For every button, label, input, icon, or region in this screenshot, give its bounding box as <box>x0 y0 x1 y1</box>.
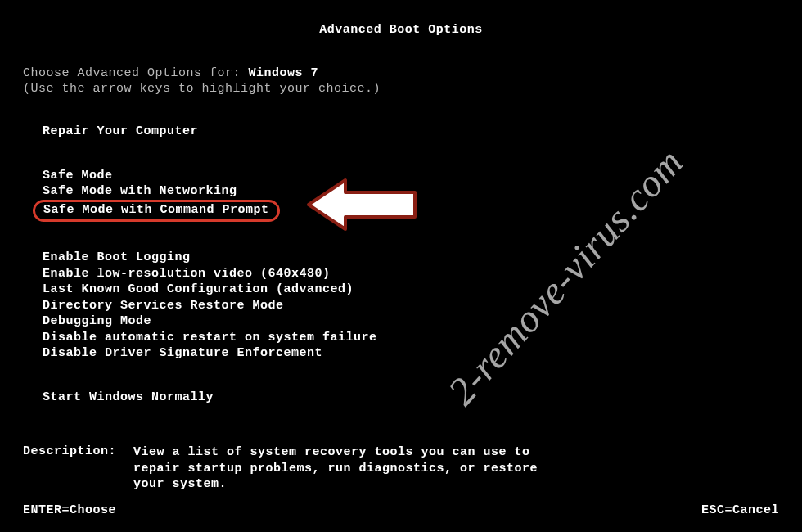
menu-item-safe-mode[interactable]: Safe Mode <box>43 168 779 184</box>
menu-item-disable-driver-sig[interactable]: Disable Driver Signature Enforcement <box>43 345 779 362</box>
description-label: Description: <box>23 444 133 493</box>
footer-enter-hint: ENTER=Choose <box>23 503 116 517</box>
menu-item-directory-services[interactable]: Directory Services Restore Mode <box>43 298 779 314</box>
hint-text: (Use the arrow keys to highlight your ch… <box>23 82 779 96</box>
page-title: Advanced Boot Options <box>0 0 802 43</box>
menu-item-debugging-mode[interactable]: Debugging Mode <box>43 313 779 330</box>
description-text: View a list of system recovery tools you… <box>133 444 575 493</box>
safe-mode-group: Safe Mode Safe Mode with Networking Safe… <box>23 168 779 223</box>
footer-esc-hint: ESC=Cancel <box>701 503 779 517</box>
choose-prompt: Choose Advanced Options for: Windows 7 <box>23 66 779 80</box>
menu-item-disable-auto-restart[interactable]: Disable automatic restart on system fail… <box>43 330 779 346</box>
os-name: Windows 7 <box>249 66 319 80</box>
menu-item-repair-computer[interactable]: Repair Your Computer <box>43 124 779 140</box>
menu-item-low-res-video[interactable]: Enable low-resolution video (640x480) <box>43 266 779 282</box>
menu-item-safe-mode-networking[interactable]: Safe Mode with Networking <box>43 183 779 200</box>
choose-label: Choose Advanced Options for: <box>23 66 241 80</box>
advanced-group: Enable Boot Logging Enable low-resolutio… <box>23 250 779 362</box>
menu-item-last-known-good[interactable]: Last Known Good Configuration (advanced) <box>43 282 779 298</box>
menu-item-boot-logging[interactable]: Enable Boot Logging <box>43 250 779 266</box>
menu-item-safe-mode-command-prompt[interactable]: Safe Mode with Command Prompt <box>33 200 280 223</box>
menu-item-start-normally[interactable]: Start Windows Normally <box>43 390 779 406</box>
